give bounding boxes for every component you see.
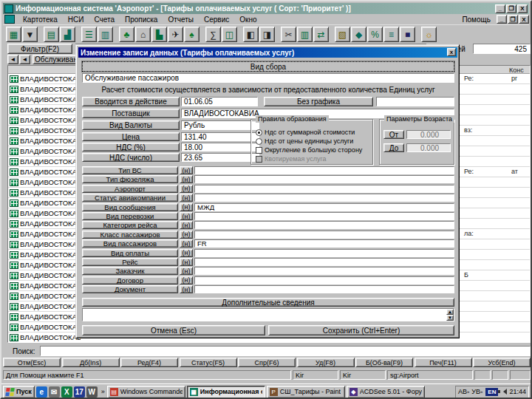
field-label-3[interactable]: Аэропорт bbox=[82, 185, 178, 193]
currency-label-button[interactable]: Вид Валюты bbox=[82, 120, 180, 130]
menu-item-5[interactable]: Отчеты bbox=[163, 15, 199, 24]
field-input-1[interactable] bbox=[194, 166, 454, 174]
vat-amount-input[interactable]: 23.65 bbox=[181, 153, 259, 162]
menu-item-3[interactable]: Счета bbox=[89, 15, 120, 24]
field-label-2[interactable]: Тип фюзеляжа bbox=[82, 175, 178, 183]
price-label-button[interactable]: Цена bbox=[82, 132, 180, 141]
plant-icon[interactable]: ♣ bbox=[119, 27, 134, 42]
fkey-button-6[interactable]: Уд(F8) bbox=[297, 358, 355, 367]
tray-chevron-1[interactable]: » bbox=[467, 389, 469, 394]
save-button[interactable]: Сохранить (Ctrl+Enter) bbox=[268, 325, 454, 335]
fkey-button-4[interactable]: Статус(F5) bbox=[180, 358, 237, 367]
ie-icon[interactable]: e bbox=[36, 386, 47, 398]
diamond-icon[interactable]: ◆ bbox=[351, 27, 366, 42]
tree-icon[interactable]: ♠ bbox=[184, 27, 200, 42]
table-icon[interactable]: ▤ bbox=[44, 27, 59, 42]
mail-icon[interactable]: ✉ bbox=[49, 386, 60, 398]
tray-chevron-2[interactable]: » bbox=[480, 389, 482, 394]
book-icon[interactable]: ▥ bbox=[297, 27, 313, 42]
list-icon[interactable]: ☰ bbox=[81, 27, 97, 42]
age-from-input[interactable]: 0.000 bbox=[406, 130, 451, 139]
field-label-6[interactable]: Вид перевозки bbox=[82, 212, 178, 220]
task-windows-commander[interactable]: ▤Windows Commander 5... bbox=[107, 386, 185, 398]
currency-input[interactable]: Рубль bbox=[181, 120, 259, 130]
percent-icon[interactable]: % bbox=[367, 27, 383, 42]
excel-icon[interactable]: X bbox=[61, 386, 72, 398]
menu-item-2[interactable]: НСИ bbox=[63, 15, 89, 24]
field-label-14[interactable]: Документ bbox=[82, 285, 178, 293]
field-input-10[interactable] bbox=[194, 249, 454, 257]
nav-prev-button[interactable]: ◄ bbox=[19, 55, 30, 64]
door-open-icon[interactable]: ◧ bbox=[243, 27, 259, 42]
menu-item-7[interactable]: Окно bbox=[234, 15, 262, 24]
minimize-button[interactable]: _ bbox=[495, 4, 505, 13]
calendar-icon[interactable]: 17 bbox=[74, 386, 85, 398]
field-input-12[interactable] bbox=[194, 267, 454, 275]
age-to-input[interactable]: 0.000 bbox=[406, 143, 451, 152]
fkey-button-7[interactable]: Б(Об-ва(F9) bbox=[355, 358, 413, 367]
calc-icon[interactable]: ≡ bbox=[383, 27, 399, 42]
kind-of-fee-header-button[interactable]: Вид сбора bbox=[82, 61, 454, 72]
field-label-10[interactable]: Вид оплаты bbox=[82, 249, 178, 257]
field-input-3[interactable] bbox=[194, 185, 454, 193]
monitor-icon[interactable]: ◫ bbox=[222, 27, 237, 42]
fkey-button-1[interactable]: Отм(Esc) bbox=[3, 358, 61, 367]
field-input-14[interactable] bbox=[194, 285, 454, 293]
scroll-down-icon[interactable]: ▼ bbox=[446, 315, 454, 321]
menu-item-6[interactable]: Сервис bbox=[199, 15, 234, 24]
language-indicator[interactable]: EN bbox=[485, 388, 498, 396]
filter-icon[interactable]: ▼ bbox=[22, 27, 38, 42]
child-close-button[interactable]: X bbox=[519, 15, 529, 24]
field-input-8[interactable] bbox=[194, 231, 454, 239]
effective-date-button[interactable]: Вводится в действие bbox=[82, 97, 180, 106]
field-label-1[interactable]: Тип ВС bbox=[82, 166, 178, 174]
field-label-4[interactable]: Статус авиакомпании bbox=[82, 194, 178, 202]
folder-icon[interactable]: ▧ bbox=[335, 27, 350, 42]
field-label-5[interactable]: Вид сообщения bbox=[82, 203, 178, 211]
nav-first-button[interactable]: ◄ bbox=[7, 55, 18, 64]
field-label-13[interactable]: Договор bbox=[82, 276, 178, 284]
field-label-7[interactable]: Категория рейса bbox=[82, 221, 178, 229]
plane-icon[interactable]: ✈ bbox=[168, 27, 183, 42]
field-input-5[interactable]: МЖД bbox=[194, 203, 454, 211]
door-close-icon[interactable]: ◨ bbox=[259, 27, 275, 42]
radio-option-2[interactable]: Ндс от цены единицы услуги bbox=[256, 137, 353, 145]
price-input[interactable]: 131.40 bbox=[181, 132, 259, 141]
media-icon[interactable]: W bbox=[86, 386, 98, 398]
field-label-12[interactable]: Заказчик bbox=[82, 267, 178, 275]
chart-icon[interactable]: ▟ bbox=[60, 27, 75, 42]
fkey-button-9[interactable]: Усб(End) bbox=[473, 358, 531, 367]
child-restore-button[interactable]: ❐ bbox=[508, 15, 518, 24]
filter-button[interactable]: Фильтр(F2) bbox=[7, 44, 72, 54]
child-minimize-button[interactable]: _ bbox=[497, 15, 507, 24]
menu-item-1[interactable]: Картотека bbox=[18, 15, 63, 24]
radio-icon[interactable] bbox=[256, 138, 262, 145]
supplier-label-button[interactable]: Поставщик bbox=[82, 109, 180, 118]
start-button[interactable]: Пуск bbox=[3, 386, 35, 398]
vat-amount-label-button[interactable]: НДС (число) bbox=[82, 153, 180, 162]
effective-date-input[interactable]: 01.06.05 bbox=[181, 97, 258, 106]
restore-button[interactable]: ❐ bbox=[506, 4, 516, 13]
kind-of-fee-input[interactable]: Обслуживание пассажиров bbox=[82, 73, 454, 83]
volume-icon[interactable] bbox=[500, 389, 507, 395]
fkey-button-8[interactable]: Печ(F11) bbox=[415, 358, 472, 367]
field-label-11[interactable]: Рейс bbox=[82, 258, 178, 266]
radio-icon[interactable] bbox=[256, 129, 262, 136]
field-input-7[interactable] bbox=[194, 221, 454, 229]
vat-percent-label-button[interactable]: НДС (%) bbox=[82, 143, 180, 151]
task-airport-app[interactable]: ▦Информационная сис... bbox=[187, 386, 265, 398]
grid-icon[interactable]: ▥ bbox=[98, 27, 113, 42]
field-label-9[interactable]: Вид пассажиров bbox=[82, 239, 178, 248]
field-input-9[interactable]: FR bbox=[194, 239, 454, 248]
card-file-icon[interactable]: ▦ bbox=[6, 27, 21, 42]
checkbox-option-3[interactable]: Округление в большую сторону bbox=[256, 146, 362, 154]
checkbox-icon[interactable] bbox=[256, 147, 262, 154]
fkey-button-5[interactable]: Спр(F6) bbox=[238, 358, 296, 367]
fkey-button-3[interactable]: Ред(F4) bbox=[120, 358, 178, 367]
menu-item-help[interactable]: Помощь bbox=[457, 15, 496, 24]
sum-icon[interactable]: ∑ bbox=[205, 27, 221, 42]
menu-item-4[interactable]: Прописка bbox=[120, 15, 163, 24]
field-input-4[interactable] bbox=[194, 194, 454, 202]
task-acdsee[interactable]: ◆ACDSee 5.01 - Форум bbox=[347, 386, 425, 398]
save-icon[interactable]: ■ bbox=[400, 27, 415, 42]
